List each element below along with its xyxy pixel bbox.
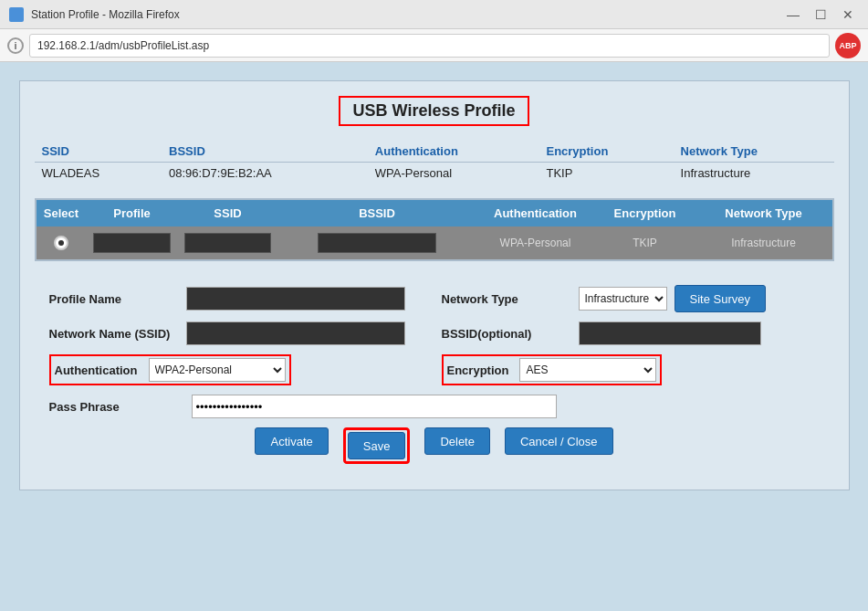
- form-row-pass: Pass Phrase: [49, 395, 820, 418]
- cell-auth: WPA-Personal: [368, 163, 539, 184]
- edit-col-enc: Encryption: [595, 205, 695, 222]
- edit-nettype-cell: Infrastructure: [695, 235, 832, 251]
- close-button[interactable]: ✕: [837, 4, 859, 26]
- bssid-optional-label: BSSID(optional): [442, 327, 570, 341]
- form-section: Profile Name Network Type Infrastructure…: [35, 274, 834, 475]
- edit-table-header: Select Profile SSID BSSID Authentication…: [37, 200, 832, 226]
- auth-wrapper: Authentication WPA2-Personal WPA-Persona…: [49, 354, 291, 385]
- form-row-2: Network Name (SSID) BSSID(optional): [49, 321, 820, 345]
- enc-wrapper: Encryption AES TKIP None: [442, 354, 663, 385]
- edit-col-nettype: Network Type: [695, 205, 832, 222]
- page-title-box: USB Wireless Profile: [35, 96, 834, 126]
- form-row-3: Authentication WPA2-Personal WPA-Persona…: [49, 354, 820, 385]
- button-row: Activate Save Delete Cancel / Close: [49, 427, 820, 464]
- radio-inner: [58, 240, 64, 246]
- page-title: USB Wireless Profile: [339, 96, 530, 126]
- network-type-label: Network Type: [442, 292, 570, 306]
- col-nettype: Network Type: [674, 141, 834, 163]
- browser-title: Station Profile - Mozilla Firefox: [31, 8, 180, 21]
- main-panel: USB Wireless Profile SSID BSSID Authenti…: [19, 80, 850, 490]
- network-name-field[interactable]: [186, 321, 405, 345]
- profile-name-field[interactable]: [186, 287, 405, 311]
- network-type-select[interactable]: Infrastructure Ad-Hoc: [579, 287, 667, 311]
- col-enc: Encryption: [539, 141, 673, 163]
- cell-enc: TKIP: [539, 163, 673, 184]
- edit-enc-value: TKIP: [633, 237, 657, 249]
- edit-profile-cell: [87, 231, 178, 255]
- col-ssid: SSID: [35, 141, 162, 163]
- auth-select[interactable]: WPA2-Personal WPA-Personal WPA2-Enterpri…: [149, 358, 286, 382]
- profile-name-group: Profile Name: [49, 287, 427, 311]
- edit-col-profile: Profile: [87, 205, 178, 222]
- edit-area: Select Profile SSID BSSID Authentication…: [35, 198, 834, 261]
- network-type-group: Network Type Infrastructure Ad-Hoc Site …: [442, 285, 820, 312]
- edit-col-ssid: SSID: [178, 205, 278, 222]
- col-auth: Authentication: [368, 141, 539, 163]
- page-content: USB Wireless Profile SSID BSSID Authenti…: [0, 62, 868, 611]
- url-text: 192.168.2.1/adm/usbProfileList.asp: [37, 39, 209, 52]
- browser-controls: — ☐ ✕: [782, 4, 859, 26]
- auth-label: Authentication: [55, 363, 138, 377]
- table-row[interactable]: WLADEAS 08:96:D7:9E:B2:AA WPA-Personal T…: [35, 163, 834, 184]
- edit-bssid-cell: [278, 231, 476, 255]
- browser-titlebar: Station Profile - Mozilla Firefox — ☐ ✕: [0, 0, 868, 29]
- ssid-input[interactable]: [184, 233, 271, 253]
- bssid-optional-group: BSSID(optional): [442, 321, 820, 345]
- enc-label: Encryption: [447, 363, 509, 377]
- cancel-close-button[interactable]: Cancel / Close: [505, 427, 613, 455]
- enc-group: Encryption AES TKIP None: [442, 354, 820, 385]
- pass-phrase-label: Pass Phrase: [49, 400, 177, 414]
- network-type-area: Infrastructure Ad-Hoc Site Survey: [579, 285, 766, 312]
- site-survey-button[interactable]: Site Survey: [675, 285, 766, 312]
- edit-col-bssid: BSSID: [278, 205, 476, 222]
- edit-nettype-value: Infrastructure: [731, 237, 796, 249]
- edit-auth-cell: WPA-Personal: [476, 235, 595, 251]
- edit-select-cell[interactable]: [37, 234, 87, 252]
- network-name-group: Network Name (SSID): [49, 321, 427, 345]
- abp-badge[interactable]: ABP: [835, 33, 861, 58]
- cell-bssid: 08:96:D7:9E:B2:AA: [162, 163, 368, 184]
- bssid-optional-field[interactable]: [579, 321, 761, 345]
- edit-col-auth: Authentication: [476, 205, 595, 222]
- maximize-button[interactable]: ☐: [810, 4, 831, 26]
- cell-nettype: Infrastructure: [674, 163, 834, 184]
- save-highlight: Save: [343, 427, 411, 464]
- network-name-label: Network Name (SSID): [49, 327, 177, 341]
- form-row-1: Profile Name Network Type Infrastructure…: [49, 285, 820, 312]
- edit-auth-value: WPA-Personal: [500, 237, 571, 249]
- info-icon[interactable]: i: [7, 37, 24, 54]
- profile-input[interactable]: [93, 233, 171, 253]
- bssid-input[interactable]: [318, 233, 436, 253]
- col-bssid: BSSID: [162, 141, 368, 163]
- minimize-button[interactable]: —: [782, 4, 804, 26]
- edit-enc-cell: TKIP: [595, 235, 695, 251]
- browser-favicon: [9, 7, 24, 22]
- edit-table-row: WPA-Personal TKIP Infrastructure: [37, 226, 832, 259]
- cell-ssid: WLADEAS: [35, 163, 162, 184]
- enc-select[interactable]: AES TKIP None: [519, 358, 656, 382]
- pass-phrase-field[interactable]: [192, 395, 557, 418]
- browser-toolbar: i 192.168.2.1/adm/usbProfileList.asp ABP: [0, 29, 868, 62]
- radio-button[interactable]: [54, 236, 68, 250]
- edit-col-select: Select: [37, 205, 87, 222]
- profile-list-table: SSID BSSID Authentication Encryption Net…: [35, 141, 834, 184]
- edit-ssid-cell: [178, 231, 278, 255]
- activate-button[interactable]: Activate: [255, 427, 328, 455]
- auth-group: Authentication WPA2-Personal WPA-Persona…: [49, 354, 427, 385]
- delete-button[interactable]: Delete: [424, 427, 490, 455]
- save-button[interactable]: Save: [348, 432, 406, 459]
- address-bar[interactable]: 192.168.2.1/adm/usbProfileList.asp: [29, 34, 830, 58]
- profile-name-label: Profile Name: [49, 292, 177, 306]
